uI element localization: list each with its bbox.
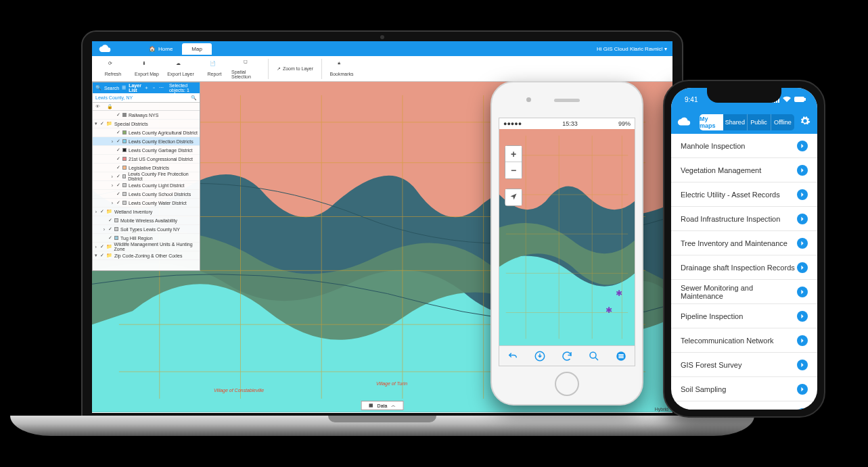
list-item-label: Power Grid Maintenance [681,410,762,410]
undo-button[interactable] [504,347,522,365]
data-footer-tab[interactable]: ▦ Data ︿ [361,401,404,410]
chevron-right-icon [797,360,808,370]
settings-button[interactable] [800,116,812,129]
chevron-icon: › [110,139,114,144]
list-item[interactable]: Pipeline Inspection [671,304,817,328]
list-item-label: Drainage shaft Inspection Records [681,264,795,272]
locate-button[interactable] [505,189,522,205]
search-icon[interactable]: 🔍 [95,85,101,91]
laptop-base [10,416,754,436]
check-icon[interactable]: ✓ [116,139,120,144]
list-item[interactable]: Manhole Inspection [671,134,817,158]
list-item[interactable]: Vegetation Management [671,158,817,182]
tab-home[interactable]: 🏠 Home [139,43,182,55]
layer-row[interactable]: ✓21st US Congressional District [93,155,200,164]
search-button[interactable] [585,347,603,365]
zoom-out-button[interactable]: − [505,162,522,178]
check-icon[interactable]: ✓ [116,112,120,118]
menu-button[interactable] [612,347,630,365]
layer-swatch [122,166,127,170]
check-icon[interactable]: ✓ [116,200,120,205]
hybrid-label[interactable]: Hybrid [655,407,668,412]
layer-row[interactable]: ✓Railways NYS [93,111,200,120]
tab-my-maps[interactable]: My maps [700,114,723,130]
layer-swatch [122,192,127,196]
status-time: 15:33 [562,120,578,127]
spatial-selection-button[interactable]: ◻ Spatial Selection [231,59,265,79]
layer-row[interactable]: ›✓Lewis County Fire Protection District [93,172,200,181]
layer-row[interactable]: ›✓Lewis County Election Districts [93,137,200,146]
refresh-icon: ⟳ [108,61,118,70]
check-icon[interactable]: ✓ [116,156,120,162]
home-button[interactable] [555,372,579,396]
zoom-to-layer-button[interactable]: ↗ Zoom to Layer [271,66,319,72]
tab-public[interactable]: Public [748,114,771,130]
check-icon[interactable]: ✓ [116,182,120,188]
check-icon[interactable]: ✓ [116,165,120,170]
check-icon[interactable]: ✓ [100,244,104,249]
user-greeting[interactable]: Hi GIS Cloud Klaric Ravnic! ▾ [597,46,667,52]
export-layer-button[interactable]: ☁ Export Layer [164,61,198,76]
list-item[interactable]: Sewer Monitoring and Maintenance [671,280,817,304]
layer-row[interactable]: ›✓📁Wildlife Management Units & Hunting Z… [93,243,200,251]
check-icon[interactable]: ✓ [116,174,120,179]
list-item[interactable]: Telecommunication Network [671,328,817,353]
zoom-in-button[interactable]: + [505,146,522,162]
check-icon[interactable]: ✓ [100,121,104,126]
data-label: Data [378,403,388,408]
tab-shared[interactable]: Shared [723,114,747,130]
zoom-icon: ↗ [277,66,281,72]
location-row[interactable]: Lewis County, NY 🔍 [93,93,200,103]
tab-offline[interactable]: Offline [771,114,794,130]
report-button[interactable]: 📄 Report [198,61,231,76]
check-icon[interactable]: ✓ [100,209,104,214]
check-icon[interactable]: ✓ [116,130,120,135]
selection-icon: ◻ [244,59,253,68]
chevron-icon: › [102,227,106,232]
list-item[interactable]: Soil Sampling [671,377,817,401]
bookmarks-button[interactable]: ★ Bookmarks [325,61,359,76]
svg-text:✱: ✱ [616,289,622,297]
list-item-label: Electric Utility - Asset Records [681,191,780,199]
layer-row[interactable]: ›✓Soil Types Lewis County NY [93,225,200,234]
check-icon[interactable]: ✓ [108,218,112,223]
add-icon[interactable]: ＋ [144,84,149,91]
remove-icon[interactable]: － [152,84,156,91]
layer-row[interactable]: ›✓Lewis County Water District [93,199,200,207]
layer-row[interactable]: ✓Lewis County Garbage District [93,146,200,155]
layer-row[interactable]: ✓Lewis County School Districts [93,190,200,199]
phone-map-canvas[interactable]: ✱ ✱ + − [499,129,635,345]
download-button[interactable] [531,347,549,365]
layer-row[interactable]: ›✓Lewis County Light District [93,181,200,190]
list-item[interactable]: GIS Forest Survey [671,353,817,377]
tab-map[interactable]: Map [182,43,212,55]
layer-row[interactable]: ▾✓📁Special Districts [93,120,200,128]
check-icon[interactable]: ✓ [108,226,112,232]
list-item[interactable]: Drainage shaft Inspection Records [671,255,817,280]
chevron-icon: ▾ [94,253,98,258]
check-icon[interactable]: ✓ [116,191,120,197]
list-item[interactable]: Electric Utility - Asset Records [671,182,817,207]
list-item[interactable]: Tree Inventory and Maintenance [671,231,817,255]
layer-row[interactable]: ›✓📁Wetland Inventory [93,207,200,216]
layer-swatch [114,227,118,231]
layers-icon: ☰ [122,85,126,91]
check-icon[interactable]: ✓ [100,253,104,258]
layer-row[interactable]: ✓Lewis County Agricultural District [93,128,200,137]
search-icon[interactable]: 🔍 [191,95,197,101]
layer-swatch [122,148,127,152]
list-item-label: Pipeline Inspection [681,312,743,320]
export-map-button[interactable]: ⬇ Export Map [130,61,164,76]
check-icon[interactable]: ✓ [108,235,112,241]
reload-button[interactable] [558,347,576,365]
chevron-icon: ▾ [94,121,98,126]
report-icon: 📄 [210,61,219,70]
list-item[interactable]: Road Infrastructure Inspection [671,207,817,231]
check-icon[interactable]: ✓ [116,147,120,153]
refresh-button[interactable]: ⟳ Refresh [96,61,130,76]
sidebar-search-label[interactable]: Search [104,86,119,91]
more-icon[interactable]: ⋯ [159,85,164,91]
layer-row[interactable]: ▾✓📁Zip Code-Zoning & Other Codes [93,251,200,260]
layer-row[interactable]: ✓Mobile Wireless Availability [93,216,200,225]
list-item[interactable]: Power Grid Maintenance [671,401,817,410]
